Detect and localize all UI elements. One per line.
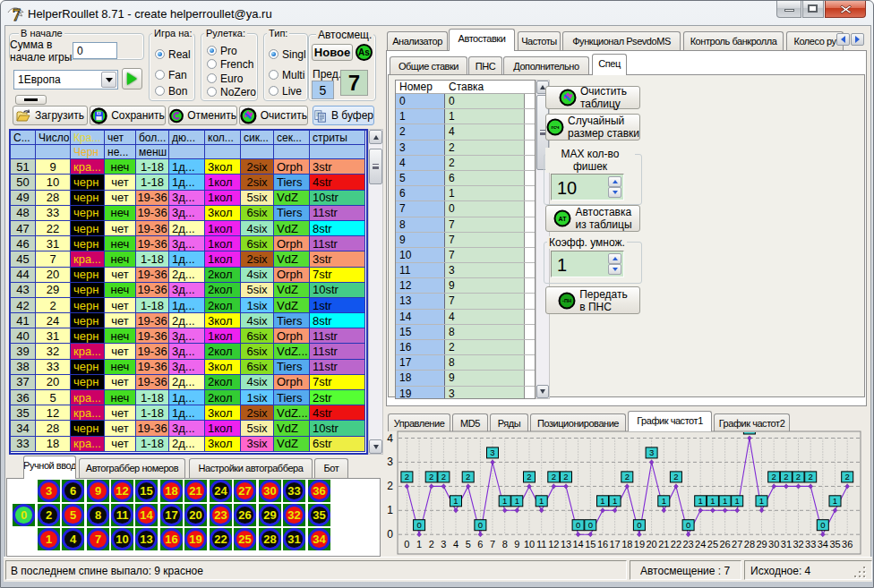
svg-text:32: 32 (793, 539, 803, 550)
svg-text:1: 1 (539, 496, 544, 506)
svg-text:2: 2 (772, 472, 776, 481)
svg-text:1: 1 (453, 496, 458, 506)
svg-text:10: 10 (524, 539, 535, 550)
svg-text:28: 28 (744, 539, 755, 550)
svg-text:-ПН: -ПН (562, 298, 571, 303)
svg-text:2: 2 (673, 472, 678, 481)
svg-text:0: 0 (478, 520, 483, 530)
svg-text:3: 3 (387, 456, 393, 468)
svg-text:25: 25 (707, 539, 718, 550)
svg-text:30: 30 (768, 539, 779, 550)
svg-text:31: 31 (781, 539, 792, 550)
svg-text:2: 2 (387, 480, 393, 492)
svg-text:1: 1 (613, 496, 617, 506)
svg-text:18: 18 (621, 539, 632, 550)
svg-text:20: 20 (646, 539, 656, 550)
svg-text:0: 0 (416, 520, 421, 530)
svg-text:4: 4 (453, 539, 458, 550)
svg-text:0: 0 (588, 520, 593, 530)
svg-text:1: 1 (515, 496, 519, 506)
svg-text:1: 1 (502, 496, 507, 506)
svg-text:3: 3 (441, 539, 446, 550)
svg-text:2: 2 (429, 539, 434, 550)
svg-text:6: 6 (477, 539, 483, 550)
svg-text:1: 1 (416, 539, 422, 550)
svg-text:21: 21 (658, 539, 669, 550)
svg-text:13: 13 (561, 539, 571, 550)
svg-text:0: 0 (637, 520, 641, 530)
svg-text:0: 0 (686, 520, 690, 530)
svg-text:9: 9 (514, 539, 519, 550)
svg-text:27: 27 (732, 539, 742, 550)
svg-text:7: 7 (13, 6, 21, 22)
svg-text:19: 19 (634, 539, 645, 550)
svg-text:12: 12 (548, 539, 559, 550)
svg-text:2: 2 (784, 472, 788, 481)
svg-text:2: 2 (845, 472, 850, 481)
svg-text:8: 8 (502, 539, 508, 550)
svg-text:1: 1 (735, 496, 740, 506)
svg-text:2: 2 (466, 472, 470, 481)
svg-text:2: 2 (563, 472, 568, 481)
svg-text:23: 23 (682, 539, 693, 550)
svg-text:0: 0 (576, 520, 580, 530)
svg-text:15: 15 (585, 539, 596, 550)
svg-text:0: 0 (387, 528, 393, 541)
svg-text:1: 1 (759, 496, 764, 506)
svg-text:2: 2 (429, 472, 433, 481)
svg-text:4: 4 (387, 432, 393, 445)
svg-text:2: 2 (527, 472, 531, 481)
svg-text:33: 33 (805, 539, 816, 550)
svg-text:3: 3 (490, 447, 494, 457)
svg-text:36: 36 (842, 539, 853, 550)
svg-text:2: 2 (552, 472, 556, 481)
svg-text:3: 3 (649, 447, 654, 457)
svg-text:29: 29 (756, 539, 767, 550)
svg-text:2: 2 (441, 472, 446, 481)
svg-text:2: 2 (405, 472, 409, 481)
svg-text:16: 16 (597, 539, 608, 550)
svg-text:2: 2 (809, 472, 813, 481)
svg-text:34: 34 (818, 539, 828, 550)
svg-text:1: 1 (698, 496, 703, 506)
svg-text:7: 7 (490, 539, 495, 550)
svg-text:24: 24 (695, 539, 706, 550)
svg-text:0: 0 (820, 520, 825, 530)
svg-text:1: 1 (833, 496, 837, 506)
svg-text:5: 5 (466, 539, 471, 550)
svg-text:17: 17 (609, 539, 620, 550)
svg-text:1: 1 (662, 496, 666, 506)
svg-text:1: 1 (600, 496, 604, 506)
svg-text:22: 22 (671, 539, 681, 550)
svg-text:гсч: гсч (551, 124, 560, 130)
svg-text:1: 1 (387, 504, 393, 516)
svg-text:2: 2 (796, 472, 801, 481)
svg-text:26: 26 (719, 539, 730, 550)
svg-text:0: 0 (404, 539, 409, 550)
svg-text:1: 1 (710, 496, 715, 506)
svg-text:11: 11 (536, 539, 546, 550)
svg-text:1: 1 (723, 496, 727, 506)
svg-text:2: 2 (625, 472, 630, 481)
svg-text:35: 35 (829, 539, 840, 550)
svg-text:14: 14 (572, 539, 583, 550)
svg-text:АТ: АТ (559, 216, 568, 222)
